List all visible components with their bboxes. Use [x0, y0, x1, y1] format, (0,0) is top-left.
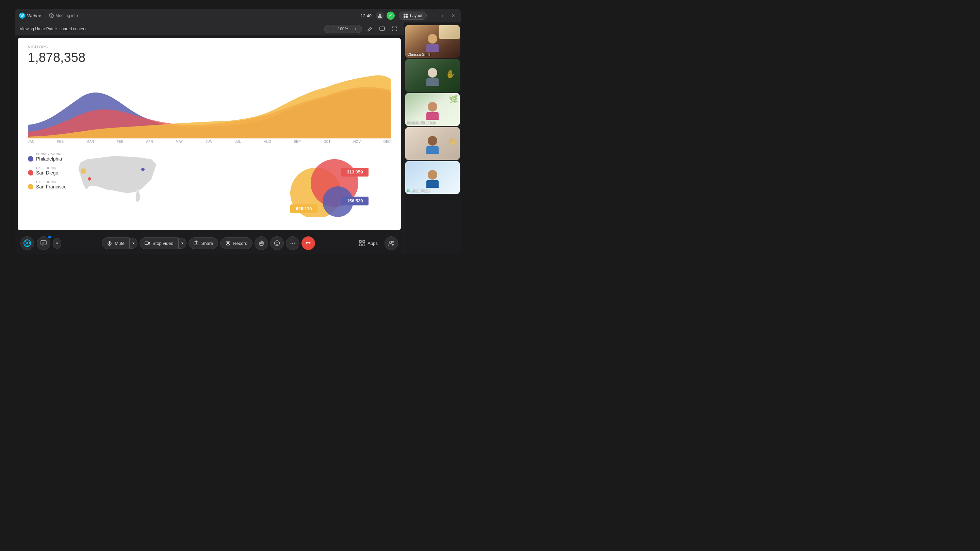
webex-logo: W Webex: [19, 13, 41, 19]
legend-city-philadelphia: Philadelphia: [36, 156, 62, 162]
app-name-label: Webex: [27, 13, 41, 18]
participants-button[interactable]: [385, 237, 398, 250]
legend-city-sanfrancisco: San Francisco: [36, 184, 66, 189]
emoji-button[interactable]: [270, 237, 284, 250]
layout-label: Layout: [410, 13, 422, 18]
apps-button[interactable]: Apps: [356, 237, 381, 249]
meeting-info-label: Meeting info: [56, 13, 78, 18]
svg-point-14: [141, 168, 145, 171]
presenting-icon: 🖥: [407, 189, 410, 192]
svg-text:156,529: 156,529: [347, 198, 363, 203]
screen-share-icon-button[interactable]: [378, 24, 387, 33]
svg-point-27: [26, 242, 28, 244]
record-button[interactable]: Record: [220, 237, 253, 249]
meeting-info-button[interactable]: Meeting info: [46, 12, 80, 19]
raise-hand-button[interactable]: [255, 237, 268, 250]
record-icon: [225, 240, 231, 246]
share-button[interactable]: Share: [189, 237, 218, 249]
svg-rect-11: [380, 27, 385, 30]
mute-chevron[interactable]: ▾: [129, 238, 137, 249]
svg-text:313,059: 313,059: [347, 169, 363, 175]
content-area: Viewing Umar Patel's shared content − | …: [15, 22, 461, 254]
svg-point-41: [276, 243, 277, 243]
webex-home-icon: [24, 240, 31, 247]
screen-icon: [379, 26, 385, 32]
svg-point-16: [81, 168, 86, 174]
profile-icon[interactable]: [375, 11, 384, 20]
viewing-label: Viewing Umar Patel's shared content: [20, 27, 321, 31]
record-label: Record: [233, 241, 247, 246]
maximize-button[interactable]: □: [440, 12, 447, 19]
svg-point-15: [88, 177, 91, 181]
svg-point-39: [227, 242, 229, 244]
mute-button-group: Mute ▾: [102, 237, 137, 249]
camera-icon: [145, 240, 150, 246]
svg-rect-29: [41, 240, 46, 245]
apps-icon: [359, 240, 365, 246]
end-call-button[interactable]: [301, 237, 315, 250]
legend-dot-sanfrancisco: [28, 184, 33, 189]
month-labels: JAN FEB MAR FEB APR MAY JUN JUL AUG SEP …: [28, 138, 391, 143]
minimize-button[interactable]: —: [431, 12, 438, 19]
zoom-out-button[interactable]: −: [328, 26, 333, 32]
zoom-in-button[interactable]: +: [353, 26, 358, 32]
legend-item-philadelphia: PENNSYLVANIA Philadelphia: [28, 152, 66, 162]
svg-rect-46: [360, 240, 361, 243]
chat-button[interactable]: [37, 237, 50, 250]
participant-tile[interactable]: 🌿 Isabelle Brennan: [405, 93, 460, 126]
svg-rect-32: [109, 241, 111, 244]
svg-point-44: [292, 243, 293, 244]
svg-text:W: W: [21, 14, 24, 18]
legend-dot-sandiego: [28, 170, 33, 176]
svg-rect-3: [51, 15, 52, 17]
participant-tile[interactable]: 👋: [405, 127, 460, 160]
close-button[interactable]: ✕: [450, 12, 457, 19]
more-icon: [290, 240, 296, 246]
presenter-indicator: 🖥 Umar Patel: [407, 189, 430, 192]
annotate-button[interactable]: [366, 24, 374, 33]
microphone-icon: [107, 240, 112, 246]
svg-rect-49: [363, 244, 365, 246]
mute-label: Mute: [115, 241, 124, 246]
bottom-section: PENNSYLVANIA Philadelphia CALIFORNIA: [28, 149, 391, 217]
dashboard-chart: VISITORS 1,878,358: [18, 38, 401, 230]
annotate-icon: [367, 26, 372, 32]
share-icon: [194, 240, 199, 246]
mute-button[interactable]: Mute: [102, 237, 129, 249]
apps-label: Apps: [368, 241, 378, 246]
stop-video-button[interactable]: Stop video: [140, 237, 178, 249]
svg-text:626,119: 626,119: [296, 206, 312, 211]
svg-point-51: [392, 241, 394, 243]
legend-item-sanfrancisco: CALIFORNIA San Francisco: [28, 180, 66, 189]
chat-button-wrapper: [37, 237, 50, 250]
svg-point-50: [390, 241, 392, 243]
share-label: Share: [202, 241, 213, 246]
bubble-chart: 313,059 156,529 626,119: [282, 149, 391, 217]
video-chevron[interactable]: ▾: [178, 238, 186, 249]
participant-tile-presenter[interactable]: 🖥 Umar Patel: [405, 161, 460, 194]
area-chart: [28, 70, 391, 138]
participants-icon: [388, 240, 395, 246]
bottom-toolbar: ▾ Mute ▾: [15, 233, 404, 254]
chat-chevron[interactable]: ▾: [53, 238, 61, 249]
more-button[interactable]: [286, 237, 299, 250]
svg-rect-35: [145, 242, 148, 245]
legend-city-sandiego: San Diego: [36, 170, 58, 176]
participant-tile[interactable]: Clarissa Smith: [405, 25, 460, 58]
stop-video-label: Stop video: [153, 241, 173, 246]
svg-point-4: [51, 14, 52, 15]
webex-home-button[interactable]: [21, 237, 34, 250]
layout-icon: [403, 13, 408, 18]
map-section: PENNSYLVANIA Philadelphia CALIFORNIA: [28, 149, 282, 217]
toolbar-left: ▾: [21, 237, 61, 250]
activity-icon[interactable]: [387, 11, 395, 20]
svg-rect-36: [194, 242, 198, 245]
svg-point-40: [275, 241, 280, 246]
shared-content-area: VISITORS 1,878,358: [18, 38, 401, 230]
participant-tile[interactable]: ✋: [405, 59, 460, 92]
stop-video-button-group: Stop video ▾: [140, 237, 186, 249]
participant-panel: Clarissa Smith ✋: [404, 22, 461, 254]
us-map: [73, 149, 282, 217]
layout-button[interactable]: Layout: [399, 11, 427, 20]
fullscreen-button[interactable]: [390, 24, 399, 33]
